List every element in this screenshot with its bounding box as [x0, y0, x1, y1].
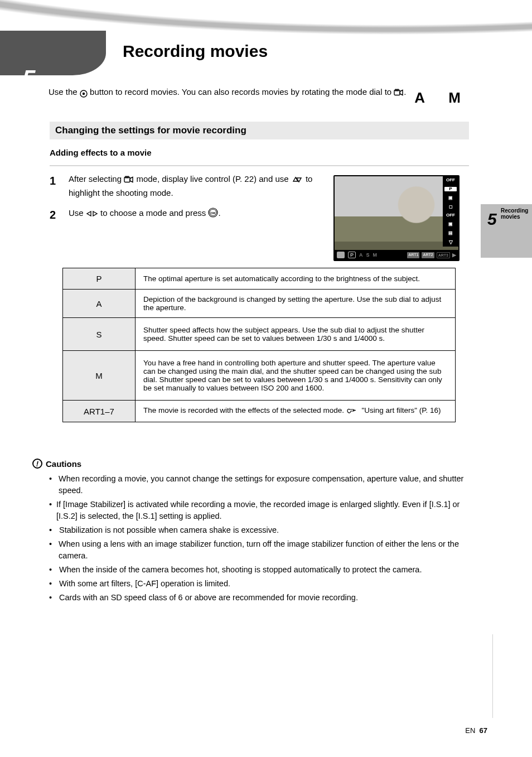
side-tab: 5 Recording movies — [481, 204, 532, 258]
list-item: •When the inside of the camera becomes h… — [49, 564, 468, 576]
svg-point-1 — [83, 93, 85, 95]
lead-text: Use the button to record movies. You can… — [49, 86, 470, 99]
list-item: •With some art filters, [C-AF] operation… — [49, 578, 468, 590]
mode-letters: A M — [414, 89, 471, 107]
divider — [50, 165, 469, 166]
table-row: M You have a free hand in controlling bo… — [63, 351, 456, 401]
left-right-arrows-icon — [86, 209, 98, 221]
table-row: ART1–7 The movie is recorded with the ef… — [63, 401, 456, 422]
side-tab-text: Recording movies — [501, 208, 530, 220]
camera-icon — [337, 252, 345, 258]
mode-desc: Shutter speed affects how the subject ap… — [136, 318, 456, 351]
mode-label: P — [63, 268, 136, 290]
shooting-modes-table: P The optimal aperture is set automatica… — [62, 268, 456, 422]
movie-mode-icon — [394, 88, 404, 99]
record-icon — [80, 88, 88, 99]
chapter-number: 5 — [22, 65, 35, 92]
table-row: S Shutter speed affects how the subject … — [63, 318, 456, 351]
up-down-arrows-icon — [291, 175, 303, 187]
footer-text: EN 67 — [465, 726, 487, 735]
pointing-hand-icon — [346, 407, 357, 416]
lcd-preview: OFF P ▣ ◻ OFF ▣ ▤ ▽ P A S M ART1 ART2 AR… — [333, 175, 460, 261]
mode-label: ART1–7 — [63, 401, 136, 422]
side-tab-number: 5 — [487, 210, 497, 229]
preview-photo — [335, 176, 458, 260]
svg-text:OK: OK — [211, 211, 216, 214]
caution-list: •When recording a movie, you cannot chan… — [49, 473, 468, 606]
section-subheading: Changing the settings for movie recordin… — [50, 122, 469, 139]
movie-mode-icon — [124, 175, 134, 187]
ok-button-icon: OK — [208, 208, 218, 221]
preview-bottom-bar: P A S M ART1 ART2 ART3 ▶ — [335, 250, 458, 260]
preview-right-menu: OFF P ▣ ◻ OFF ▣ ▤ ▽ — [443, 176, 458, 247]
step-2: 2 Use to choose a mode and press OK. — [50, 207, 317, 223]
list-item: •If [Image Stabilizer] is activated whil… — [49, 499, 468, 522]
cautions-heading: ! Cautions — [32, 459, 81, 469]
mode-desc: You have a free hand in controlling both… — [136, 351, 456, 401]
step-list: 1 After selecting mode, display live con… — [50, 173, 317, 231]
mode-label: S — [63, 318, 136, 351]
chapter-title: Recording movies — [123, 42, 268, 61]
footer-rule — [492, 634, 493, 718]
list-item: •When recording a movie, you cannot chan… — [49, 473, 468, 496]
chapter-tab: 5 — [0, 31, 106, 75]
mode-label: A — [63, 290, 136, 318]
mode-label: M — [63, 351, 136, 401]
page-footer: EN 67 — [0, 726, 532, 735]
list-item: •When using a lens with an image stabili… — [49, 538, 468, 562]
mode-desc: The optimal aperture is set automaticall… — [136, 268, 456, 290]
table-row: P The optimal aperture is set automatica… — [63, 268, 456, 290]
table-row: A Depiction of the background is changed… — [63, 290, 456, 318]
list-item: •Cards with an SD speed class of 6 or ab… — [49, 592, 468, 604]
caution-icon: ! — [32, 459, 42, 469]
sub-paragraph-title: Adding effects to a movie — [50, 147, 469, 158]
step-1: 1 After selecting mode, display live con… — [50, 173, 317, 199]
mode-desc: Depiction of the background is changed b… — [136, 290, 456, 318]
mode-desc: The movie is recorded with the effects o… — [136, 401, 456, 422]
list-item: •Stabilization is not possible when came… — [49, 524, 468, 536]
